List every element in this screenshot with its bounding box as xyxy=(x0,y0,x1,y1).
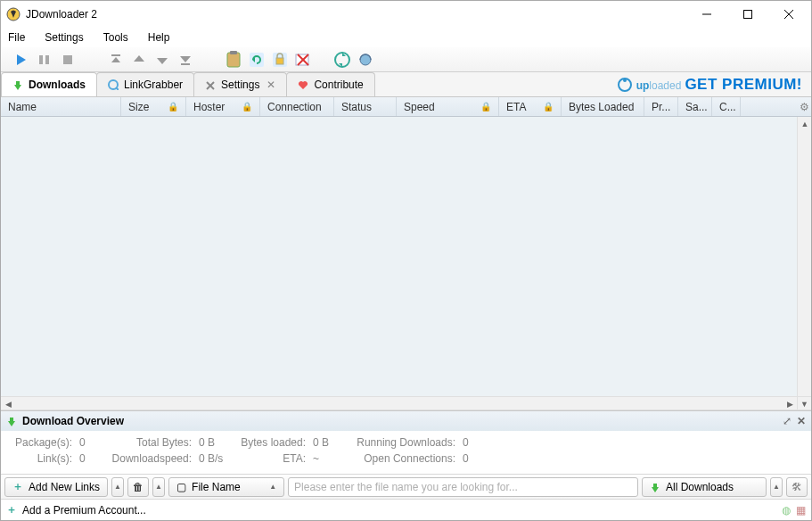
svg-line-30 xyxy=(116,87,119,90)
stop-button[interactable] xyxy=(56,48,79,71)
move-down-button[interactable] xyxy=(151,48,174,71)
clipboard-button[interactable] xyxy=(222,48,245,71)
col-comment[interactable]: C... xyxy=(712,97,741,116)
close-icon[interactable]: ✕ xyxy=(267,79,275,91)
tools-button[interactable]: 🛠 xyxy=(786,477,808,497)
total-bytes-label: Total Bytes: xyxy=(103,436,192,449)
reconnect-button[interactable] xyxy=(354,48,377,71)
download-list[interactable]: ▲ xyxy=(1,117,811,396)
premium-ad[interactable]: uploaded GET PREMIUM! xyxy=(608,72,811,96)
tab-settings[interactable]: Settings ✕ xyxy=(193,72,287,96)
menu-bar: File Settings Tools Help xyxy=(1,28,811,47)
trash-button[interactable]: 🗑 xyxy=(127,477,149,497)
download-overview: Download Overview ⤢ ✕ Package(s): 0 Tota… xyxy=(1,410,811,474)
move-top-button[interactable] xyxy=(104,48,127,71)
svg-rect-8 xyxy=(63,55,72,64)
gear-icon[interactable]: ⚙ xyxy=(800,101,809,113)
bottom-bar: ＋ Add New Links ▲ 🗑 ▲ ▢File Name ▲ All D… xyxy=(1,474,811,499)
update-button[interactable] xyxy=(331,48,354,71)
tab-downloads[interactable]: Downloads xyxy=(1,72,97,96)
toolbar xyxy=(1,47,811,72)
move-up-button[interactable] xyxy=(127,48,151,71)
open-connections-label: Open Connections: xyxy=(349,452,455,465)
chevron-up-icon: ▲ xyxy=(269,483,276,491)
svg-rect-16 xyxy=(230,51,237,54)
col-eta[interactable]: ETA🔒 xyxy=(499,97,562,116)
svg-marker-36 xyxy=(652,484,659,492)
minimize-button[interactable] xyxy=(686,2,727,27)
svg-marker-35 xyxy=(8,418,15,426)
heart-icon xyxy=(298,79,308,90)
horizontal-scrollbar[interactable]: ◀ ▶ ▼ xyxy=(1,396,811,410)
status-icon-2[interactable]: ▦ xyxy=(796,504,806,517)
tab-label: Settings xyxy=(221,79,259,91)
tab-label: LinkGrabber xyxy=(124,79,183,91)
premium-button[interactable] xyxy=(268,48,291,71)
running-downloads-label: Running Downloads: xyxy=(349,436,455,449)
move-bottom-button[interactable] xyxy=(174,48,197,71)
col-save[interactable]: Sa... xyxy=(678,97,712,116)
file-icon: ▢ xyxy=(176,481,186,493)
tab-linkgrabber[interactable]: LinkGrabber xyxy=(96,72,194,96)
col-name[interactable]: Name xyxy=(1,97,121,116)
svg-marker-5 xyxy=(17,54,26,65)
vertical-scrollbar[interactable]: ▲ xyxy=(797,117,811,396)
tab-row: Downloads LinkGrabber Settings ✕ Contrib… xyxy=(1,72,811,97)
add-premium-link[interactable]: Add a Premium Account... xyxy=(22,504,146,517)
menu-file[interactable]: File xyxy=(4,29,29,45)
status-icon-1[interactable]: ◍ xyxy=(782,504,791,517)
open-connections-value: 0 xyxy=(463,452,469,465)
scroll-down-icon[interactable]: ▼ xyxy=(797,397,811,411)
bytes-loaded-label: Bytes loaded: xyxy=(234,436,306,449)
chevron-up-icon: ▲ xyxy=(773,483,780,491)
col-bytes-loaded[interactable]: Bytes Loaded xyxy=(562,97,644,116)
svg-rect-2 xyxy=(744,11,752,19)
window-title: JDownloader 2 xyxy=(26,8,686,21)
column-headers: Name Size🔒 Hoster🔒 Connection Status Spe… xyxy=(1,97,811,117)
maximize-button[interactable] xyxy=(727,2,768,27)
col-connection[interactable]: Connection xyxy=(260,97,334,116)
search-input[interactable] xyxy=(288,477,638,497)
linkgrabber-icon xyxy=(108,79,119,90)
col-size[interactable]: Size🔒 xyxy=(121,97,186,116)
col-speed[interactable]: Speed🔒 xyxy=(397,97,499,116)
menu-tools[interactable]: Tools xyxy=(100,29,132,45)
packages-value: 0 xyxy=(79,436,95,449)
close-icon[interactable]: ✕ xyxy=(797,415,806,427)
add-new-links-button[interactable]: ＋ Add New Links xyxy=(4,477,108,497)
col-status[interactable]: Status xyxy=(334,97,397,116)
scroll-right-icon[interactable]: ▶ xyxy=(783,397,797,411)
plus-icon: ＋ xyxy=(6,502,17,517)
scroll-up-icon[interactable]: ▲ xyxy=(798,117,812,131)
col-hoster[interactable]: Hoster🔒 xyxy=(186,97,260,116)
eta-value: ~ xyxy=(313,452,341,465)
links-value: 0 xyxy=(79,452,95,465)
add-new-links-dropdown[interactable]: ▲ xyxy=(111,477,124,497)
ad-cta: GET PREMIUM! xyxy=(685,76,802,94)
download-icon xyxy=(650,482,660,492)
tab-label: Contribute xyxy=(314,79,363,91)
close-button[interactable] xyxy=(768,2,809,27)
lock-icon: 🔒 xyxy=(480,102,491,112)
menu-help[interactable]: Help xyxy=(144,29,174,45)
ad-brand: uploaded xyxy=(636,76,682,94)
overview-title: Download Overview xyxy=(22,415,777,427)
svg-rect-9 xyxy=(111,54,120,56)
file-name-button[interactable]: ▢File Name ▲ xyxy=(168,477,284,497)
play-button[interactable] xyxy=(10,48,33,71)
total-bytes-value: 0 B xyxy=(199,436,227,449)
menu-settings[interactable]: Settings xyxy=(41,29,86,45)
bytes-loaded-value: 0 B xyxy=(313,436,341,449)
col-priority[interactable]: Pr... xyxy=(644,97,678,116)
scroll-left-icon[interactable]: ◀ xyxy=(1,397,15,411)
all-downloads-button[interactable]: All Downloads xyxy=(642,477,767,497)
add-links-label: Add New Links xyxy=(29,481,100,493)
tab-contribute[interactable]: Contribute xyxy=(286,72,374,96)
pause-button[interactable] xyxy=(33,48,56,71)
detach-icon[interactable]: ⤢ xyxy=(783,415,791,427)
trash-dropdown[interactable]: ▲ xyxy=(152,477,165,497)
overview-header: Download Overview ⤢ ✕ xyxy=(1,411,811,431)
auto-reconnect-button[interactable] xyxy=(245,48,268,71)
cut-button[interactable] xyxy=(291,48,315,71)
all-downloads-dropdown[interactable]: ▲ xyxy=(770,477,783,497)
